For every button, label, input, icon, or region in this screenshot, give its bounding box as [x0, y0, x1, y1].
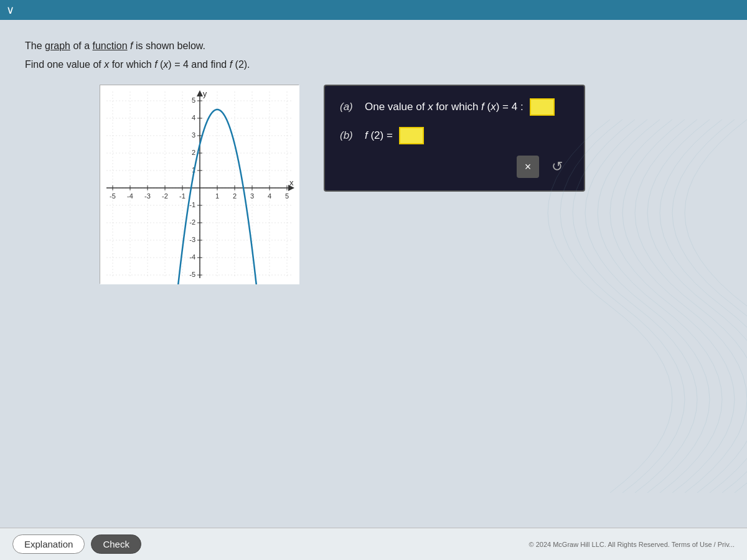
chevron-down-icon[interactable]: ∨: [6, 3, 14, 17]
terms-link[interactable]: Terms of Use: [672, 541, 712, 548]
graph-container: [100, 85, 299, 284]
privacy-link[interactable]: Priv...: [718, 541, 735, 548]
problem-line1: The graph of a function f is shown below…: [25, 39, 722, 54]
bottom-buttons: Explanation Check: [12, 534, 141, 554]
answer-row-a: (a) One value of x for which f (x) = 4 :: [340, 98, 569, 116]
input-a[interactable]: [530, 98, 555, 116]
main-content: The graph of a function f is shown below…: [0, 20, 747, 560]
problem-area: (a) One value of x for which f (x) = 4 :…: [25, 85, 722, 284]
action-row: × ↺: [340, 156, 569, 178]
bottom-bar: Explanation Check © 2024 McGraw Hill LLC…: [0, 528, 747, 560]
footer-text: © 2024 McGraw Hill LLC. All Rights Reser…: [529, 541, 735, 548]
clear-button[interactable]: ×: [517, 156, 539, 178]
part-b-text: f (2) =: [365, 129, 393, 142]
answer-panel: (a) One value of x for which f (x) = 4 :…: [324, 85, 585, 192]
input-b[interactable]: [399, 127, 424, 144]
part-a-label: (a): [340, 101, 359, 113]
explanation-button[interactable]: Explanation: [12, 534, 85, 554]
part-a-text: One value of x for which f (x) = 4 :: [365, 101, 524, 113]
part-b-label: (b): [340, 129, 359, 142]
answer-row-b: (b) f (2) =: [340, 127, 569, 144]
check-button[interactable]: Check: [91, 534, 141, 554]
problem-line2: Find one value of x for which f (x) = 4 …: [25, 57, 722, 72]
top-bar: ∨: [0, 0, 747, 20]
undo-button[interactable]: ↺: [552, 159, 563, 175]
copyright-text: © 2024 McGraw Hill LLC. All Rights Reser…: [529, 541, 670, 548]
